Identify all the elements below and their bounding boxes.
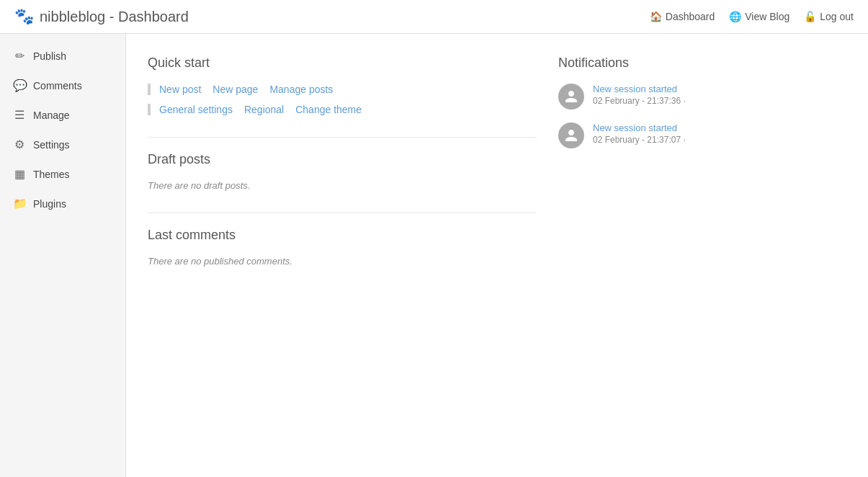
notification-item-1: New session started 02 February - 21:37:… [558, 84, 846, 110]
last-comments-title: Last comments [148, 228, 537, 243]
plugins-icon: 📁 [13, 197, 26, 210]
manage-posts-link[interactable]: Manage posts [269, 84, 333, 95]
quick-start-section: Quick start New post New page Manage pos… [148, 55, 537, 115]
quick-start-settings-links: General settings Regional Change theme [148, 104, 537, 115]
header: 🐾 nibbleblog - Dashboard 🏠 Dashboard 🌐 V… [0, 0, 868, 34]
themes-icon: ▦ [13, 167, 26, 181]
sidebar-item-publish[interactable]: ✏ Publish [0, 41, 125, 71]
sidebar-item-themes[interactable]: ▦ Themes [0, 159, 125, 189]
quick-start-post-links: New post New page Manage posts [148, 84, 537, 95]
notification-content-1: New session started 02 February - 21:37:… [593, 84, 686, 106]
draft-posts-empty: There are no draft posts. [148, 180, 537, 191]
sidebar-label-publish: Publish [33, 50, 66, 62]
notifications-panel: Notifications New session started 02 Feb… [558, 55, 846, 455]
settings-icon: ⚙ [13, 138, 26, 151]
notification-title-1[interactable]: New session started [593, 84, 686, 94]
comments-icon: 💬 [13, 79, 26, 92]
main-content: Quick start New post New page Manage pos… [126, 34, 868, 477]
sidebar-label-themes: Themes [33, 169, 70, 180]
sidebar-label-comments: Comments [33, 80, 82, 92]
divider-1 [148, 137, 537, 138]
sidebar-item-settings[interactable]: ⚙ Settings [0, 130, 125, 159]
nav-dashboard[interactable]: 🏠 Dashboard [650, 11, 715, 22]
notification-date-2: 02 February - 21:37:07 · [593, 135, 686, 145]
nav-view-blog[interactable]: 🌐 View Blog [729, 11, 789, 22]
log-out-icon: 🔓 [804, 11, 816, 22]
sidebar-label-settings: Settings [33, 139, 70, 151]
notification-date-1: 02 February - 21:37:36 · [593, 96, 686, 106]
quick-start-title: Quick start [148, 55, 537, 71]
brand: 🐾 nibbleblog - Dashboard [14, 7, 189, 26]
layout: ✏ Publish 💬 Comments ☰ Manage ⚙ Settings… [0, 34, 868, 477]
notification-avatar-2 [558, 122, 584, 148]
sidebar-item-manage[interactable]: ☰ Manage [0, 100, 125, 130]
general-settings-link[interactable]: General settings [159, 104, 233, 115]
draft-posts-title: Draft posts [148, 152, 537, 167]
nav-dashboard-label: Dashboard [666, 11, 715, 22]
sidebar-label-manage: Manage [33, 110, 70, 121]
change-theme-link[interactable]: Change theme [295, 104, 362, 115]
sidebar-item-plugins[interactable]: 📁 Plugins [0, 189, 125, 218]
notifications-title: Notifications [558, 55, 846, 71]
nav-log-out[interactable]: 🔓 Log out [804, 11, 854, 22]
last-comments-section: Last comments There are no published com… [148, 228, 537, 267]
manage-icon: ☰ [13, 108, 26, 122]
notification-content-2: New session started 02 February - 21:37:… [593, 122, 686, 145]
regional-link[interactable]: Regional [244, 104, 284, 115]
notification-item-2: New session started 02 February - 21:37:… [558, 122, 846, 148]
main-left: Quick start New post New page Manage pos… [148, 55, 537, 455]
header-nav: 🏠 Dashboard 🌐 View Blog 🔓 Log out [650, 11, 854, 22]
dashboard-icon: 🏠 [650, 11, 662, 22]
sidebar-item-comments[interactable]: 💬 Comments [0, 71, 125, 100]
view-blog-icon: 🌐 [729, 11, 741, 22]
draft-posts-section: Draft posts There are no draft posts. [148, 152, 537, 191]
brand-text: nibbleblog - Dashboard [40, 9, 189, 25]
publish-icon: ✏ [13, 49, 26, 63]
new-page-link[interactable]: New page [212, 84, 258, 95]
last-comments-empty: There are no published comments. [148, 256, 537, 267]
notification-avatar-1 [558, 84, 584, 110]
sidebar-label-plugins: Plugins [33, 198, 66, 210]
new-post-link[interactable]: New post [159, 84, 201, 95]
notification-title-2[interactable]: New session started [593, 122, 686, 133]
brand-icon: 🐾 [14, 7, 34, 26]
sidebar: ✏ Publish 💬 Comments ☰ Manage ⚙ Settings… [0, 34, 126, 477]
divider-2 [148, 213, 537, 213]
nav-log-out-label: Log out [820, 11, 854, 22]
nav-view-blog-label: View Blog [745, 11, 789, 22]
